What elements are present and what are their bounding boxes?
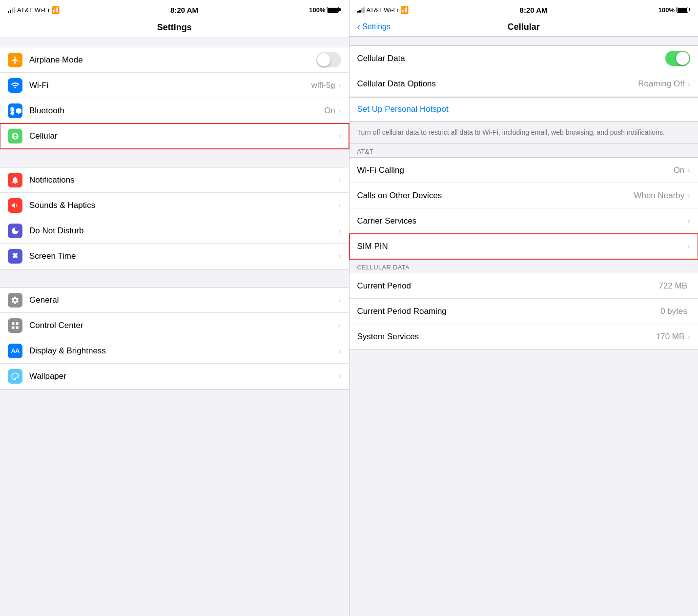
battery-icon	[327, 7, 341, 13]
wificalling-chevron: ›	[687, 165, 690, 175]
signal-icon	[8, 7, 15, 13]
back-button[interactable]: ‹ Settings	[357, 22, 390, 31]
settings-group-3: General › Control Center › AA Display & …	[0, 287, 349, 390]
cellulardataoptions-value: Roaming Off	[638, 79, 684, 89]
notifications-chevron: ›	[338, 175, 341, 185]
settings-row-general[interactable]: General ›	[0, 287, 349, 313]
signal-icon-right	[357, 7, 365, 13]
settings-row-systemservices[interactable]: System Services 170 MB ›	[349, 324, 698, 349]
hotspot-link[interactable]: Set Up Personal Hotspot	[349, 97, 698, 122]
status-left: AT&T Wi-Fi 📶	[8, 6, 60, 14]
settings-row-wifi[interactable]: Wi-Fi wifi-5g ›	[0, 73, 349, 98]
bluetooth-icon: ⬢	[8, 103, 22, 118]
att-group: Wi-Fi Calling On › Calls on Other Device…	[349, 157, 698, 260]
settings-row-screentime[interactable]: Screen Time ›	[0, 244, 349, 269]
systemservices-label: System Services	[357, 332, 656, 342]
settings-row-display[interactable]: AA Display & Brightness ›	[0, 338, 349, 364]
donotdisturb-label: Do Not Disturb	[29, 226, 338, 236]
carrier-label: AT&T Wi-Fi	[17, 6, 49, 14]
settings-row-cellulardataoptions[interactable]: Cellular Data Options Roaming Off ›	[349, 71, 698, 97]
cellular-info-block: Turn off cellular data to restrict all d…	[349, 122, 698, 144]
back-chevron-icon: ‹	[357, 21, 361, 31]
cellulardata-label: Cellular Data	[357, 54, 666, 63]
sounds-icon	[8, 198, 22, 213]
callsotherdevices-value: When Nearby	[634, 191, 684, 201]
wifi-row-icon	[8, 78, 22, 93]
cellular-data-section-header: CELLULAR DATA	[349, 260, 698, 273]
controlcenter-label: Control Center	[29, 321, 338, 330]
systemservices-chevron: ›	[687, 332, 690, 342]
controlcenter-chevron: ›	[338, 321, 341, 330]
cellular-chevron: ›	[338, 131, 341, 141]
systemservices-value: 170 MB	[656, 332, 685, 342]
sounds-label: Sounds & Haptics	[29, 201, 338, 210]
svg-rect-3	[16, 322, 19, 325]
general-icon	[8, 293, 22, 308]
carrierservices-chevron: ›	[687, 216, 690, 226]
svg-rect-5	[16, 326, 19, 329]
settings-row-sounds[interactable]: Sounds & Haptics ›	[0, 193, 349, 218]
airplane-toggle[interactable]	[316, 52, 341, 67]
settings-row-bluetooth[interactable]: ⬢ Bluetooth On ›	[0, 98, 349, 123]
settings-row-controlcenter[interactable]: Control Center ›	[0, 313, 349, 338]
settings-row-wificalling[interactable]: Wi-Fi Calling On ›	[349, 158, 698, 183]
settings-row-simpin[interactable]: SIM PIN ›	[349, 234, 698, 259]
settings-row-wallpaper[interactable]: Wallpaper ›	[0, 364, 349, 389]
cellular-label: Cellular	[29, 131, 338, 141]
simpin-chevron: ›	[687, 242, 690, 251]
sounds-chevron: ›	[338, 201, 341, 210]
cellulardata-toggle[interactable]	[665, 51, 690, 66]
cellulardataoptions-label: Cellular Data Options	[357, 79, 638, 89]
settings-row-notifications[interactable]: Notifications ›	[0, 167, 349, 193]
notifications-icon	[8, 173, 22, 187]
time-label: 8:20 AM	[170, 6, 198, 14]
settings-row-donotdisturb[interactable]: Do Not Disturb ›	[0, 218, 349, 244]
display-label: Display & Brightness	[29, 346, 338, 356]
carrierservices-label: Carrier Services	[357, 216, 688, 226]
callsotherdevices-chevron: ›	[687, 191, 690, 201]
cellular-data-group: Current Period 722 MB Current Period Roa…	[349, 273, 698, 350]
separator-3	[0, 269, 349, 287]
bluetooth-label: Bluetooth	[29, 106, 324, 116]
time-label-right: 8:20 AM	[520, 6, 548, 14]
battery-percent: 100%	[309, 6, 325, 14]
screentime-chevron: ›	[338, 251, 341, 261]
wifi-status-icon: 📶	[51, 6, 60, 14]
controlcenter-icon	[8, 318, 22, 333]
wifi-label: Wi-Fi	[29, 81, 311, 90]
settings-row-cellular[interactable]: Cellular ›	[0, 123, 349, 149]
settings-row-carrierservices[interactable]: Carrier Services ›	[349, 208, 698, 234]
settings-row-callsotherdevices[interactable]: Calls on Other Devices When Nearby ›	[349, 183, 698, 208]
screentime-icon	[8, 249, 22, 264]
svg-rect-4	[12, 326, 14, 329]
page-title-right: Cellular	[508, 22, 540, 32]
carrier-label-right: AT&T Wi-Fi	[367, 6, 399, 14]
wifi-status-icon-right: 📶	[400, 6, 409, 14]
simpin-label: SIM PIN	[357, 242, 688, 251]
settings-group-1: Airplane Mode Wi-Fi wifi-5g › ⬢ Bluetoot…	[0, 47, 349, 149]
separator-2	[0, 149, 349, 167]
display-chevron: ›	[338, 346, 341, 356]
airplane-label: Airplane Mode	[29, 55, 316, 65]
settings-row-cellulardata[interactable]: Cellular Data	[349, 46, 698, 71]
cellular-icon	[8, 129, 22, 144]
bluetooth-chevron: ›	[338, 106, 341, 116]
status-bar-left: AT&T Wi-Fi 📶 8:20 AM 100%	[0, 0, 349, 19]
wificalling-value: On	[674, 165, 685, 175]
svg-rect-2	[12, 322, 14, 325]
display-icon: AA	[8, 344, 22, 358]
cellular-group-1: Cellular Data Cellular Data Options Roam…	[349, 45, 698, 97]
currentperiod-label: Current Period	[357, 281, 659, 291]
wallpaper-chevron: ›	[338, 371, 341, 381]
settings-group-2: Notifications › Sounds & Haptics › Do No…	[0, 167, 349, 269]
airplane-icon	[8, 53, 22, 67]
status-right: 100%	[309, 6, 341, 14]
back-label: Settings	[362, 22, 390, 31]
settings-row-currentperiod[interactable]: Current Period 722 MB	[349, 273, 698, 299]
wifi-value: wifi-5g	[311, 81, 335, 90]
general-chevron: ›	[338, 295, 341, 305]
settings-row-airplane[interactable]: Airplane Mode	[0, 47, 349, 73]
settings-row-currentperiodroaming[interactable]: Current Period Roaming 0 bytes	[349, 299, 698, 324]
att-section-header: AT&T	[349, 144, 698, 157]
currentperiod-value: 722 MB	[658, 281, 687, 291]
